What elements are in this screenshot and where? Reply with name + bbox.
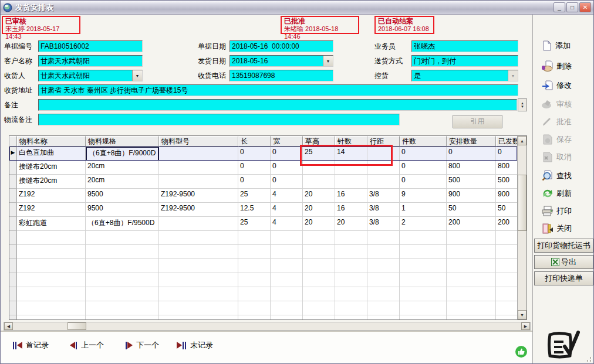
scroll-right-icon[interactable]: ▶ bbox=[521, 322, 530, 330]
table-cell[interactable]: （6直+8曲）F/9500D bbox=[86, 217, 159, 231]
table-cell[interactable] bbox=[447, 245, 496, 259]
table-cell[interactable] bbox=[335, 161, 367, 175]
row-indicator[interactable] bbox=[9, 231, 17, 245]
row-indicator[interactable] bbox=[9, 203, 17, 217]
table-row[interactable] bbox=[9, 273, 517, 287]
table-cell[interactable] bbox=[367, 147, 400, 161]
table-cell[interactable] bbox=[496, 259, 517, 273]
table-cell[interactable] bbox=[335, 259, 367, 273]
table-cell[interactable]: （6直+8曲）F/9000D bbox=[86, 147, 159, 161]
table-cell[interactable] bbox=[400, 245, 447, 259]
approve-button[interactable]: 批准 bbox=[541, 114, 594, 130]
table-cell[interactable]: 0 bbox=[400, 147, 447, 161]
table-cell[interactable] bbox=[271, 259, 303, 273]
table-cell[interactable]: 20 bbox=[303, 217, 335, 231]
table-cell[interactable] bbox=[271, 315, 303, 319]
table-cell[interactable]: 0 bbox=[400, 175, 447, 189]
logistics-remark-input[interactable] bbox=[38, 114, 400, 125]
table-cell[interactable] bbox=[335, 273, 367, 287]
table-cell[interactable] bbox=[400, 231, 447, 245]
table-row[interactable] bbox=[9, 301, 517, 315]
row-indicator[interactable] bbox=[9, 287, 17, 301]
table-cell[interactable]: Z192-9500 bbox=[159, 189, 238, 203]
table-row[interactable]: Z1929500Z192-950012.5420163/815050 bbox=[9, 203, 517, 217]
row-indicator[interactable] bbox=[9, 217, 17, 231]
add-button[interactable]: 添加 bbox=[541, 38, 594, 53]
phone-input[interactable] bbox=[230, 70, 333, 81]
table-cell[interactable] bbox=[17, 287, 86, 301]
close-button[interactable]: ✕ bbox=[579, 2, 591, 12]
table-cell[interactable] bbox=[447, 231, 496, 245]
table-cell[interactable] bbox=[400, 315, 447, 319]
table-cell[interactable] bbox=[335, 231, 367, 245]
table-cell[interactable]: 彩虹跑道 bbox=[17, 217, 86, 231]
table-cell[interactable] bbox=[17, 231, 86, 245]
table-cell[interactable]: 接缝布20cm bbox=[17, 161, 86, 175]
table-cell[interactable] bbox=[271, 231, 303, 245]
table-cell[interactable] bbox=[303, 301, 335, 315]
resize-grip[interactable] bbox=[584, 354, 592, 362]
table-cell[interactable] bbox=[367, 175, 400, 189]
table-cell[interactable] bbox=[367, 273, 400, 287]
table-cell[interactable] bbox=[271, 273, 303, 287]
table-cell[interactable] bbox=[496, 287, 517, 301]
table-cell[interactable] bbox=[447, 259, 496, 273]
table-cell[interactable]: 0 bbox=[496, 147, 517, 161]
table-cell[interactable] bbox=[303, 161, 335, 175]
close-form-button[interactable]: 关闭 bbox=[541, 221, 594, 236]
table-cell[interactable]: 12.5 bbox=[238, 203, 271, 217]
table-cell[interactable] bbox=[447, 301, 496, 315]
table-cell[interactable]: 3/8 bbox=[367, 189, 400, 203]
export-button[interactable]: 导出 bbox=[534, 255, 593, 269]
table-cell[interactable]: 900 bbox=[496, 189, 517, 203]
table-cell[interactable] bbox=[271, 301, 303, 315]
table-cell[interactable] bbox=[335, 245, 367, 259]
table-cell[interactable] bbox=[159, 273, 238, 287]
table-cell[interactable] bbox=[447, 273, 496, 287]
table-cell[interactable] bbox=[400, 273, 447, 287]
table-cell[interactable]: 白色直加曲 bbox=[17, 147, 86, 161]
table-cell[interactable] bbox=[238, 259, 271, 273]
table-cell[interactable]: 50 bbox=[447, 203, 496, 217]
scroll-left-icon[interactable]: ◀ bbox=[4, 322, 13, 330]
table-cell[interactable] bbox=[496, 231, 517, 245]
table-cell[interactable]: 16 bbox=[335, 189, 367, 203]
ship-date-combobox[interactable]: 2018-05-16 ▼ bbox=[230, 55, 333, 67]
row-indicator[interactable] bbox=[9, 315, 17, 319]
table-cell[interactable] bbox=[367, 287, 400, 301]
column-header[interactable]: 物料名称 bbox=[17, 136, 86, 147]
table-cell[interactable] bbox=[447, 287, 496, 301]
table-cell[interactable] bbox=[86, 273, 159, 287]
table-cell[interactable] bbox=[335, 301, 367, 315]
table-cell[interactable] bbox=[335, 315, 367, 319]
table-row[interactable]: 接缝布20cm20cm000800800 bbox=[9, 161, 517, 175]
table-cell[interactable]: 0 bbox=[271, 175, 303, 189]
table-cell[interactable] bbox=[17, 259, 86, 273]
column-header[interactable]: 安排数量 bbox=[447, 136, 496, 147]
table-cell[interactable] bbox=[303, 315, 335, 319]
save-button[interactable]: 保存 bbox=[541, 132, 594, 147]
table-row[interactable] bbox=[9, 231, 517, 245]
table-cell[interactable] bbox=[367, 245, 400, 259]
table-cell[interactable] bbox=[238, 301, 271, 315]
table-cell[interactable] bbox=[303, 175, 335, 189]
table-cell[interactable] bbox=[86, 287, 159, 301]
table-cell[interactable]: 1 bbox=[400, 203, 447, 217]
column-header[interactable]: 行距 bbox=[367, 136, 400, 147]
print-consignment-button[interactable]: 打印货物托运书 bbox=[534, 239, 593, 253]
table-cell[interactable] bbox=[17, 301, 86, 315]
table-cell[interactable]: 4 bbox=[271, 203, 303, 217]
table-cell[interactable]: 0 bbox=[238, 175, 271, 189]
quote-button[interactable]: 引用 bbox=[453, 115, 502, 128]
table-cell[interactable] bbox=[159, 259, 238, 273]
table-row[interactable] bbox=[9, 259, 517, 273]
delivery-method-input[interactable] bbox=[411, 55, 518, 67]
column-header[interactable]: 件数 bbox=[400, 136, 447, 147]
column-header[interactable]: 宽 bbox=[271, 136, 303, 147]
table-vertical-scrollbar[interactable]: ▲ ▼ bbox=[517, 136, 526, 319]
print-express-button[interactable]: 打印快递单 bbox=[534, 271, 593, 285]
table-cell[interactable] bbox=[496, 245, 517, 259]
scroll-up-icon[interactable]: ▲ bbox=[518, 136, 526, 145]
table-cell[interactable] bbox=[238, 273, 271, 287]
table-cell[interactable]: 800 bbox=[496, 161, 517, 175]
